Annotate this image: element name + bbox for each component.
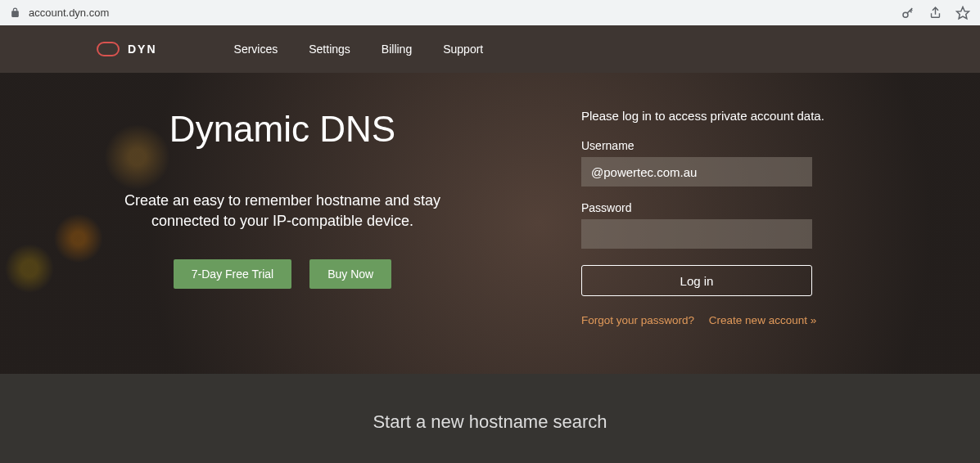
svg-point-0 [903,12,908,17]
nav-links: Services Settings Billing Support [234,43,484,56]
search-heading: Start a new hostname search [373,411,607,433]
hero-title: Dynamic DNS [0,109,565,150]
browser-address-bar: account.dyn.com [0,0,980,25]
login-prompt: Please log in to access private account … [581,109,843,123]
url-text[interactable]: account.dyn.com [29,7,109,19]
username-input[interactable] [581,157,812,187]
key-icon[interactable] [901,6,915,20]
free-trial-button[interactable]: 7-Day Free Trial [174,259,291,289]
login-button[interactable]: Log in [581,265,812,296]
logo[interactable]: DYN [97,42,157,56]
svg-marker-1 [957,7,969,18]
nav-billing[interactable]: Billing [382,43,412,56]
hero-left: Dynamic DNS Create an easy to remember h… [0,73,565,374]
buy-now-button[interactable]: Buy Now [309,259,391,289]
share-icon[interactable] [928,6,942,20]
logo-text: DYN [128,43,157,56]
password-label: Password [581,201,843,214]
login-panel: Please log in to access private account … [565,73,843,374]
password-input[interactable] [581,219,812,249]
create-account-link[interactable]: Create new account » [709,314,816,326]
logo-icon [97,42,120,56]
hostname-search-section: Start a new hostname search [0,374,980,463]
nav-services[interactable]: Services [234,43,278,56]
star-icon[interactable] [955,6,970,20]
hero-subtitle: Create an easy to remember hostname and … [102,191,463,232]
username-label: Username [581,139,843,152]
nav-settings[interactable]: Settings [309,43,350,56]
lock-icon [10,7,20,18]
top-nav: DYN Services Settings Billing Support [0,25,980,73]
forgot-password-link[interactable]: Forgot your password? [581,314,694,326]
nav-support[interactable]: Support [443,43,483,56]
hero-section: Dynamic DNS Create an easy to remember h… [0,73,980,374]
